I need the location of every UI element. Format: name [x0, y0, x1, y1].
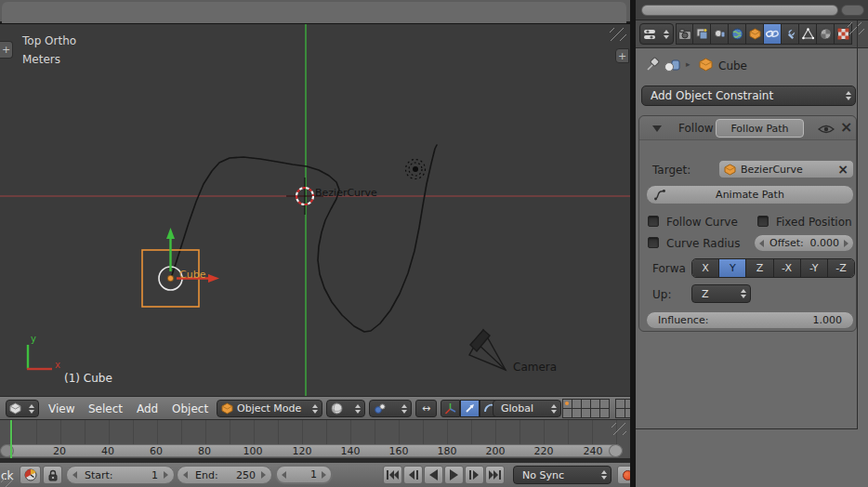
- influence-slider[interactable]: Influence: 1.000: [646, 311, 854, 329]
- layers-widget-group1[interactable]: [563, 400, 610, 418]
- tab-world[interactable]: [729, 23, 746, 45]
- sync-mode-value: No Sync: [522, 469, 564, 481]
- bezier-curve-object[interactable]: [171, 145, 437, 332]
- next-keyframe-button[interactable]: [465, 466, 484, 484]
- add-constraint-dropdown[interactable]: Add Object Constraint: [641, 86, 856, 106]
- menu-select[interactable]: Select: [88, 402, 123, 415]
- mode-selector[interactable]: Object Mode: [217, 400, 322, 417]
- fixed-position-checkbox[interactable]: [757, 216, 769, 227]
- curve-radius-checkbox[interactable]: [648, 237, 659, 248]
- play-reverse-button[interactable]: [424, 466, 443, 484]
- preview-range-button[interactable]: [20, 466, 41, 484]
- viewport-shading-selector[interactable]: [326, 400, 365, 417]
- lock-time-button[interactable]: [43, 466, 62, 484]
- object-datablock-icon[interactable]: [664, 58, 680, 72]
- ruler-label: 240: [584, 445, 603, 457]
- tab-render[interactable]: [676, 23, 693, 45]
- pivot-point-selector[interactable]: [369, 400, 412, 417]
- current-frame-field[interactable]: 1: [275, 465, 333, 484]
- menu-add[interactable]: Add: [137, 402, 158, 415]
- manipulate-center-points-toggle[interactable]: ↔: [415, 400, 437, 417]
- record-button[interactable]: [617, 466, 630, 484]
- ruler-label: 120: [293, 445, 312, 457]
- offset-field[interactable]: Offset: 0.000: [754, 234, 854, 252]
- camera-object[interactable]: [469, 330, 506, 370]
- prev-keyframe-icon: [408, 470, 418, 480]
- properties-h-scrollbar-track-end[interactable]: [841, 5, 864, 16]
- jump-to-start-button[interactable]: [383, 466, 402, 484]
- follow-curve-label: Follow Curve: [666, 216, 738, 229]
- layers-widget-group2[interactable]: [616, 400, 630, 418]
- jump-to-end-button[interactable]: [485, 466, 505, 484]
- up-axis-dropdown[interactable]: Z: [691, 284, 751, 303]
- delete-constraint-icon[interactable]: ×: [840, 118, 852, 136]
- forward-axis-neg-y[interactable]: -Y: [801, 259, 828, 277]
- timeline-corner-grip[interactable]: [612, 423, 626, 435]
- target-field[interactable]: BezierCurve ×: [718, 160, 854, 178]
- follow-curve-checkbox[interactable]: [648, 216, 659, 227]
- constraint-name-value: Follow Path: [730, 123, 788, 135]
- scrollbar-right-cap[interactable]: [609, 444, 623, 457]
- curve-radius-label: Curve Radius: [666, 237, 740, 250]
- object-cube-icon: [749, 28, 761, 40]
- tab-object-data[interactable]: [799, 23, 817, 45]
- prev-keyframe-button[interactable]: [403, 466, 423, 484]
- timeline-header-corner-grip[interactable]: [1, 478, 14, 487]
- constraint-panel-header[interactable]: Follow Follow Path ×: [639, 116, 856, 140]
- properties-h-scrollbar-thumb[interactable]: [641, 5, 838, 16]
- timeline-h-scrollbar[interactable]: [4, 444, 623, 457]
- properties-editor-type-selector[interactable]: [639, 23, 674, 45]
- properties-editor-icon: [643, 28, 656, 41]
- mini-axis-gizmo: [27, 345, 52, 369]
- constraint-name-field[interactable]: Follow Path: [716, 119, 804, 138]
- ruler-label: 40: [101, 445, 114, 457]
- play-button[interactable]: [444, 466, 464, 484]
- forward-axis-neg-z[interactable]: -Z: [828, 259, 854, 277]
- sync-mode-selector[interactable]: No Sync: [513, 466, 612, 484]
- ruler-label: 200: [486, 445, 506, 457]
- blender-window: Top Ortho Meters Cube BezierCurve Camera…: [0, 0, 868, 487]
- viewport-corner-grip[interactable]: [610, 28, 626, 41]
- eye-visibility-icon[interactable]: [818, 124, 835, 135]
- editor-type-selector[interactable]: [6, 400, 39, 417]
- translate-manipulator-button[interactable]: [460, 400, 480, 417]
- lock-icon: [47, 469, 59, 481]
- animate-path-button[interactable]: Animate Path: [646, 185, 854, 204]
- tab-material[interactable]: [817, 23, 835, 45]
- menu-view[interactable]: View: [48, 402, 74, 415]
- collapse-triangle-icon[interactable]: [652, 125, 662, 132]
- forward-axis-x[interactable]: X: [692, 259, 719, 277]
- cube-object[interactable]: [142, 228, 219, 307]
- forward-axis-buttons: X Y Z -X -Y -Z: [691, 258, 855, 278]
- transform-orientation-selector[interactable]: Global: [493, 400, 561, 417]
- tab-scene[interactable]: [711, 23, 729, 45]
- layer-object-dot: [565, 401, 569, 405]
- breadcrumb-object-name[interactable]: Cube: [718, 59, 747, 72]
- scene-icon: [714, 28, 726, 40]
- breadcrumb-cube-icon[interactable]: [699, 58, 713, 72]
- current-frame-line[interactable]: [10, 420, 12, 458]
- forward-axis-z[interactable]: Z: [746, 259, 773, 277]
- frame-start-field[interactable]: Start: 1: [66, 466, 175, 484]
- toolshelf-expand-button[interactable]: +: [0, 41, 13, 59]
- ruler-gridlines: [0, 420, 630, 445]
- tab-modifiers[interactable]: [782, 23, 799, 45]
- tab-object[interactable]: [746, 23, 764, 45]
- pivot-point-icon: [374, 402, 387, 415]
- tab-render-layers[interactable]: [693, 23, 711, 45]
- manipulator-enable-button[interactable]: [441, 400, 460, 417]
- properties-region-expand-button[interactable]: +: [615, 48, 629, 63]
- frame-end-field[interactable]: End: 250: [177, 466, 272, 484]
- properties-corner-grip[interactable]: [848, 22, 864, 34]
- viewport-canvas[interactable]: [0, 24, 630, 396]
- lamp-object[interactable]: [406, 160, 426, 179]
- tab-constraints-active[interactable]: [764, 23, 782, 45]
- pin-icon[interactable]: [645, 57, 660, 72]
- menu-object[interactable]: Object: [172, 402, 208, 415]
- timeline-ruler[interactable]: 20 40 60 80 100 120 140 160 180 200 220 …: [0, 420, 630, 462]
- forward-axis-y-selected[interactable]: Y: [719, 259, 746, 277]
- clear-target-icon[interactable]: ×: [837, 162, 848, 177]
- jump-start-icon: [387, 470, 399, 480]
- 3d-viewport[interactable]: Top Ortho Meters Cube BezierCurve Camera…: [0, 24, 630, 396]
- forward-axis-neg-x[interactable]: -X: [774, 259, 801, 277]
